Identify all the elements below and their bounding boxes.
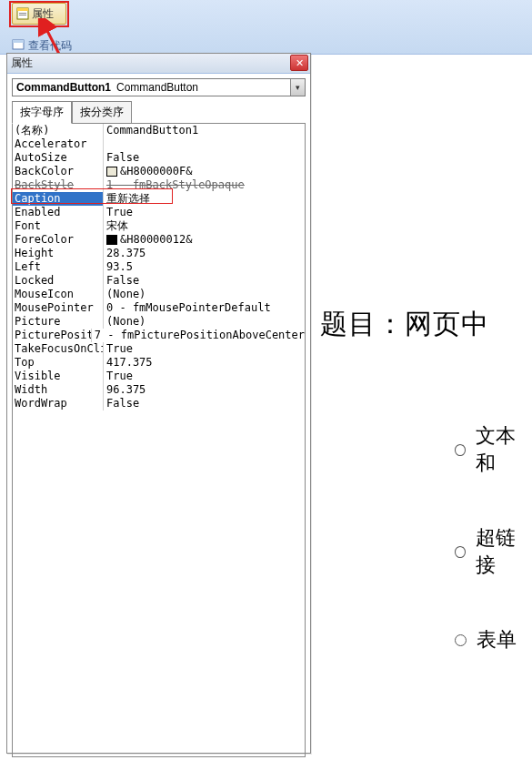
property-name: BackColor [13,165,104,178]
property-row[interactable]: VisibleTrue [13,370,305,383]
property-name: Top [13,356,104,370]
view-code-label: 查看代码 [28,38,72,54]
property-value[interactable]: True [104,206,305,219]
document-canvas: 题目：网页中 文本和 超链接 表单 重新选择 [320,55,532,760]
property-row[interactable]: Caption重新选择 [13,192,305,206]
property-row[interactable]: Picture(None) [13,315,305,329]
radio-option[interactable]: 表单 [455,626,532,654]
property-value-text: 宋体 [106,219,128,233]
property-value-text: False [106,397,139,410]
radio-icon[interactable] [455,546,466,558]
property-value-text: (None) [106,288,146,301]
close-icon: ✕ [296,57,304,69]
property-value[interactable]: &H8000000F& [104,165,305,178]
property-row[interactable]: Accelerator [13,137,305,151]
property-name: Enabled [13,206,104,219]
property-value[interactable]: &H80000012& [104,233,305,247]
property-value[interactable]: False [104,151,305,165]
object-selector[interactable]: CommandButton1 CommandButton [12,78,306,96]
property-value-text: 重新选择 [106,192,150,206]
property-name: Picture [13,315,104,329]
properties-title: 属性 [11,56,33,71]
page-heading: 题目：网页中 [320,306,489,343]
property-row[interactable]: WordWrapFalse [13,397,305,410]
property-value-text: 1 - fmBackStyleOpaque [106,178,245,192]
option-label: 表单 [477,626,517,654]
svg-rect-5 [13,40,24,43]
property-value[interactable]: CommandButton1 [104,124,305,137]
view-code-button[interactable]: 查看代码 [12,38,72,54]
radio-icon[interactable] [455,444,466,456]
property-value[interactable]: 宋体 [104,219,305,233]
option-label: 超链接 [476,524,532,579]
property-value-text: False [106,274,139,288]
radio-icon[interactable] [455,634,467,646]
property-value-text: 0 - fmMousePointerDefault [106,301,271,315]
property-value-text: True [106,370,133,383]
property-value[interactable]: 重新选择 [104,192,305,206]
property-row[interactable]: BackColor&H8000000F& [13,165,305,178]
dropdown-arrow-icon[interactable] [290,79,305,96]
property-row[interactable]: (名称)CommandButton1 [13,124,305,137]
property-row[interactable]: EnabledTrue [13,206,305,219]
object-name: CommandButton1 [13,81,115,94]
ribbon: 属性 查看代码 [0,0,532,55]
property-value-text: CommandButton1 [106,124,198,137]
property-row[interactable]: PicturePosition7 - fmPicturePositionAbov… [13,329,305,342]
property-value[interactable]: 1 - fmBackStyleOpaque [104,178,305,192]
sort-tabs: 按字母序 按分类序 [7,100,310,123]
property-row[interactable]: MouseIcon(None) [13,288,305,301]
property-value[interactable]: False [104,274,305,288]
property-grid[interactable]: (名称)CommandButton1AcceleratorAutoSizeFal… [12,123,306,757]
property-row[interactable]: Font宋体 [13,219,305,233]
property-value[interactable]: False [104,397,305,410]
property-value[interactable]: 96.375 [104,383,305,397]
property-name: AutoSize [13,151,104,165]
property-name: Visible [13,370,104,383]
color-swatch-icon [106,167,117,177]
tab-alphabetical[interactable]: 按字母序 [12,101,72,124]
property-name: MouseIcon [13,288,104,301]
property-value[interactable]: 93.5 [104,260,305,274]
property-value-text: 7 - fmPicturePositionAboveCenter [95,329,305,342]
property-value-text: True [106,342,133,356]
property-row[interactable]: MousePointer0 - fmMousePointerDefault [13,301,305,315]
property-name: Caption [13,192,104,206]
property-value[interactable]: 28.375 [104,247,305,260]
property-value-text: 28.375 [106,247,146,260]
property-value[interactable] [104,137,305,151]
property-value-text: &H8000000F& [120,165,192,178]
property-value[interactable]: (None) [104,288,305,301]
property-row[interactable]: Top417.375 [13,356,305,370]
property-value[interactable]: True [104,370,305,383]
close-button[interactable]: ✕ [290,55,308,71]
property-value-text: &H80000012& [120,233,192,247]
property-name: Height [13,247,104,260]
radio-option[interactable]: 文本和 [455,422,532,477]
option-label: 文本和 [476,422,532,477]
property-value[interactable]: True [104,342,305,356]
property-row[interactable]: AutoSizeFalse [13,151,305,165]
property-value[interactable]: 7 - fmPicturePositionAboveCenter [92,329,305,342]
property-name: Locked [13,274,104,288]
property-row[interactable]: Width96.375 [13,383,305,397]
property-value[interactable]: 0 - fmMousePointerDefault [104,301,305,315]
radio-option[interactable]: 超链接 [455,524,532,579]
property-name: Font [13,219,104,233]
color-swatch-icon [106,235,117,245]
property-row[interactable]: Left93.5 [13,260,305,274]
properties-titlebar[interactable]: 属性 ✕ [7,54,310,74]
property-value-text: 417.375 [106,356,153,370]
property-value[interactable]: (None) [104,315,305,329]
property-row[interactable]: Height28.375 [13,247,305,260]
property-row[interactable]: ForeColor&H80000012& [13,233,305,247]
property-name: WordWrap [13,397,104,410]
property-name: Accelerator [13,137,104,151]
property-value[interactable]: 417.375 [104,356,305,370]
property-row[interactable]: LockedFalse [13,274,305,288]
property-row[interactable]: TakeFocusOnClickTrue [13,342,305,356]
property-name: BackStyle [13,178,104,192]
property-row[interactable]: BackStyle1 - fmBackStyleOpaque [13,178,305,192]
property-name: PicturePosition [13,329,92,342]
tab-categorized[interactable]: 按分类序 [72,101,132,124]
